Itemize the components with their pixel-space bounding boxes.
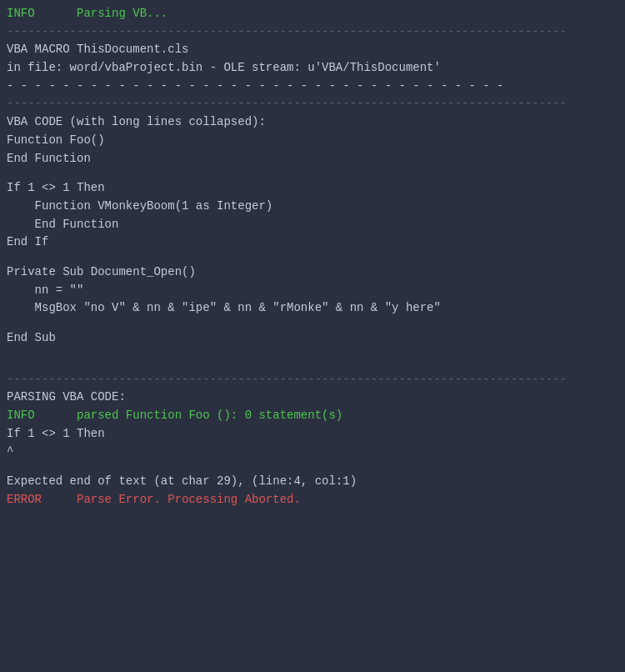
vba-file-line: in file: word/vbaProject.bin - OLE strea…: [7, 59, 618, 78]
spacer1: [7, 168, 618, 179]
expected-error-line: Expected end of text (at char 29), (line…: [7, 473, 618, 491]
divider3-line: ----------------------------------------…: [7, 371, 618, 389]
terminal-output: INFO Parsing VB... ---------------------…: [7, 5, 618, 509]
spacer5: [7, 359, 618, 371]
error-line: ERROR Parse Error. Processing Aborted.: [7, 491, 618, 509]
divider1-line: ----------------------------------------…: [7, 23, 618, 42]
parsing-label-line: PARSING VBA CODE:: [7, 389, 618, 407]
info-parsing-line: INFO Parsing VB...: [7, 5, 618, 23]
dashes-line: - - - - - - - - - - - - - - - - - - - - …: [7, 78, 618, 96]
spacer2: [7, 252, 618, 263]
if-1-line: If 1 <> 1 Then: [7, 179, 618, 198]
end-if-line: End If: [7, 233, 618, 252]
vba-macro-line: VBA MACRO ThisDocument.cls: [7, 41, 618, 59]
if-1b-line: If 1 <> 1 Then: [7, 425, 618, 444]
spacer4: [7, 348, 618, 359]
private-sub-line: Private Sub Document_Open(): [7, 263, 618, 282]
spacer3: [7, 318, 618, 329]
func-vmonkey-line: Function VMonkeyBoom(1 as Integer): [7, 198, 618, 216]
divider2-line: ----------------------------------------…: [7, 95, 618, 113]
nn-assign-line: nn = "": [7, 282, 618, 300]
func-foo-line: Function Foo(): [7, 132, 618, 150]
end-func2-line: End Function: [7, 216, 618, 234]
vba-code-label-line: VBA CODE (with long lines collapsed):: [7, 113, 618, 132]
info-parsed-line: INFO parsed Function Foo (): 0 statement…: [7, 407, 618, 425]
end-sub-line: End Sub: [7, 329, 618, 348]
spacer6: [7, 461, 618, 473]
msgbox-line: MsgBox "no V" & nn & "ipe" & nn & "rMonk…: [7, 299, 618, 318]
caret-line: ^: [7, 443, 618, 461]
end-func1-line: End Function: [7, 150, 618, 168]
